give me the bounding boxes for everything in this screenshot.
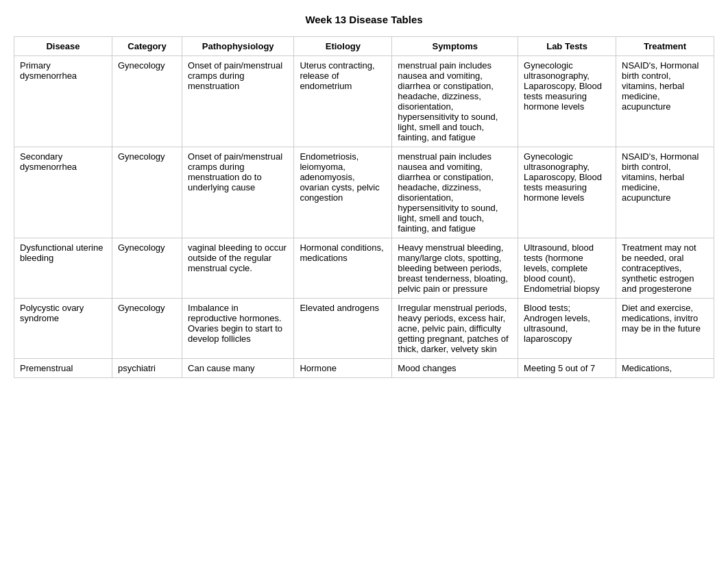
table-row: Primary dysmenorrheaGynecologyOnset of p… bbox=[14, 56, 714, 147]
category-cell: Gynecology bbox=[112, 56, 182, 147]
col-header-pathophysiology: Pathophysiology bbox=[182, 37, 294, 56]
etiology-cell: Endometriosis, leiomyoma, adenomyosis, o… bbox=[294, 147, 392, 238]
labtest-cell: Ultrasound, blood tests (hormone levels,… bbox=[518, 238, 616, 299]
labtest-cell: Meeting 5 out of 7 bbox=[518, 359, 616, 378]
disease-cell: Primary dysmenorrhea bbox=[14, 56, 112, 147]
table-header-row: Disease Category Pathophysiology Etiolog… bbox=[14, 37, 714, 56]
etiology-cell: Elevated androgens bbox=[294, 299, 392, 359]
col-header-etiology: Etiology bbox=[294, 37, 392, 56]
etiology-cell: Hormone bbox=[294, 359, 392, 378]
labtest-cell: Blood tests; Androgen levels, ultrasound… bbox=[518, 299, 616, 359]
disease-cell: Polycystic ovary syndrome bbox=[14, 299, 112, 359]
treatment-cell: Medications, bbox=[616, 359, 714, 378]
treatment-cell: NSAID's, Hormonal birth control, vitamin… bbox=[616, 56, 714, 147]
symptoms-cell: menstrual pain includes nausea and vomit… bbox=[392, 56, 518, 147]
disease-cell: Premenstrual bbox=[14, 359, 112, 378]
symptoms-cell: Irregular menstrual periods, heavy perio… bbox=[392, 299, 518, 359]
category-cell: Gynecology bbox=[112, 147, 182, 238]
col-header-labtests: Lab Tests bbox=[518, 37, 616, 56]
pathophysiology-cell: Imbalance in reproductive hormones. Ovar… bbox=[182, 299, 294, 359]
disease-table: Disease Category Pathophysiology Etiolog… bbox=[14, 36, 714, 378]
pathophysiology-cell: vaginal bleeding to occur outside of the… bbox=[182, 238, 294, 299]
labtest-cell: Gynecologic ultrasonography, Laparoscopy… bbox=[518, 147, 616, 238]
symptoms-cell: menstrual pain includes nausea and vomit… bbox=[392, 147, 518, 238]
table-row: Secondary dysmenorrheaGynecologyOnset of… bbox=[14, 147, 714, 238]
table-row: Dysfunctional uterine bleedingGynecology… bbox=[14, 238, 714, 299]
col-header-category: Category bbox=[112, 37, 182, 56]
col-header-treatment: Treatment bbox=[616, 37, 714, 56]
col-header-symptoms: Symptoms bbox=[392, 37, 518, 56]
symptoms-cell: Heavy menstrual bleeding, many/large clo… bbox=[392, 238, 518, 299]
etiology-cell: Uterus contracting, release of endometri… bbox=[294, 56, 392, 147]
category-cell: Gynecology bbox=[112, 238, 182, 299]
pathophysiology-cell: Onset of pain/menstrual cramps during me… bbox=[182, 147, 294, 238]
pathophysiology-cell: Can cause many bbox=[182, 359, 294, 378]
labtest-cell: Gynecologic ultrasonography, Laparoscopy… bbox=[518, 56, 616, 147]
col-header-disease: Disease bbox=[14, 37, 112, 56]
category-cell: psychiatri bbox=[112, 359, 182, 378]
etiology-cell: Hormonal conditions, medications bbox=[294, 238, 392, 299]
symptoms-cell: Mood changes bbox=[392, 359, 518, 378]
disease-cell: Dysfunctional uterine bleeding bbox=[14, 238, 112, 299]
category-cell: Gynecology bbox=[112, 299, 182, 359]
table-row: PremenstrualpsychiatriCan cause manyHorm… bbox=[14, 359, 714, 378]
disease-cell: Secondary dysmenorrhea bbox=[14, 147, 112, 238]
treatment-cell: NSAID's, Hormonal birth control, vitamin… bbox=[616, 147, 714, 238]
treatment-cell: Diet and exercise, medications, invitro … bbox=[616, 299, 714, 359]
page-title: Week 13 Disease Tables bbox=[14, 14, 714, 25]
table-row: Polycystic ovary syndromeGynecologyImbal… bbox=[14, 299, 714, 359]
treatment-cell: Treatment may not be needed, oral contra… bbox=[616, 238, 714, 299]
pathophysiology-cell: Onset of pain/menstrual cramps during me… bbox=[182, 56, 294, 147]
